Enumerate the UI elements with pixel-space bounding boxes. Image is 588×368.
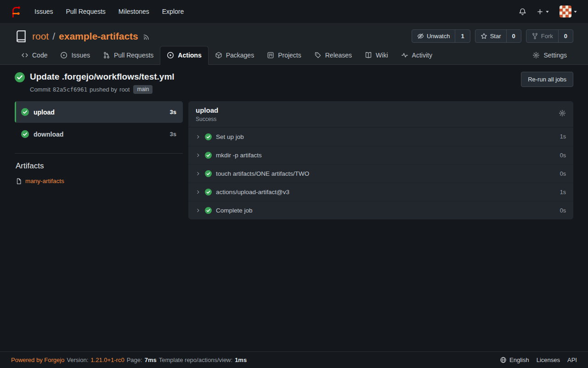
bell-icon: [519, 8, 526, 16]
artifact-download-link[interactable]: many-artifacts: [25, 178, 64, 184]
tab-settings[interactable]: Settings: [526, 46, 573, 64]
pushed-by-label: pushed by: [90, 86, 117, 93]
artifact-item: many-artifacts: [15, 178, 183, 184]
pusher-link[interactable]: root: [119, 86, 130, 93]
top-navbar: Issues Pull Requests Milestones Explore: [0, 0, 588, 23]
watchers-count[interactable]: 1: [455, 30, 469, 42]
step-duration: 1s: [560, 133, 566, 140]
tab-label: Issues: [71, 52, 90, 59]
repo-book-icon: [15, 30, 28, 43]
tag-icon: [314, 52, 322, 59]
tab-projects[interactable]: Projects: [260, 46, 308, 64]
book-icon: [365, 52, 372, 59]
step-name: Complete job: [216, 207, 253, 214]
chevron-right-icon: [196, 153, 201, 158]
job-row-upload[interactable]: upload 3s: [15, 101, 183, 123]
run-titles: Update .forgejo/workflows/test.yml Commi…: [30, 72, 175, 94]
repo-owner-link[interactable]: root: [32, 31, 49, 42]
job-steps-card: upload Success: [188, 101, 573, 219]
tab-actions[interactable]: Actions: [160, 46, 208, 65]
run-status-success-icon: [15, 72, 25, 94]
job-row-download[interactable]: download 3s: [15, 123, 183, 145]
create-new-button[interactable]: [532, 6, 554, 18]
jobs-sidebar: upload 3s download 3s Artifacts many-art…: [15, 101, 183, 184]
nav-issues[interactable]: Issues: [28, 5, 59, 18]
tab-label: Actions: [178, 52, 201, 59]
check-circle-icon: [205, 207, 212, 214]
step-duration: 0s: [560, 171, 566, 177]
star-button[interactable]: Star: [475, 30, 506, 42]
nav-explore[interactable]: Explore: [156, 5, 190, 18]
branch-badge[interactable]: main: [133, 85, 153, 94]
star-label: Star: [490, 33, 501, 40]
file-icon: [16, 178, 22, 184]
user-avatar: [560, 6, 571, 17]
rerun-all-jobs-button[interactable]: Re-run all jobs: [521, 72, 573, 87]
language-selector[interactable]: English: [500, 356, 529, 363]
tab-code[interactable]: Code: [15, 46, 54, 64]
step-row[interactable]: touch artifacts/ONE artifacts/TWO 0s: [188, 164, 573, 183]
unwatch-button[interactable]: Unwatch: [412, 30, 455, 42]
actions-run-page: Update .forgejo/workflows/test.yml Commi…: [0, 65, 588, 219]
tab-label: Wiki: [376, 52, 388, 59]
fork-label: Fork: [541, 33, 553, 40]
step-duration: 0s: [560, 152, 566, 159]
notifications-button[interactable]: [514, 5, 531, 18]
api-link[interactable]: API: [567, 356, 577, 363]
tab-label: Settings: [543, 52, 567, 59]
footer-left: Powered by Forgejo Version: 1.21.0+1-rc0…: [11, 356, 247, 363]
job-duration: 3s: [170, 131, 176, 138]
step-name: touch artifacts/ONE artifacts/TWO: [216, 170, 309, 177]
step-name: mkdir -p artifacts: [216, 152, 262, 159]
step-row[interactable]: Complete job 0s: [188, 201, 573, 219]
user-menu-button[interactable]: [555, 3, 582, 20]
fork-button[interactable]: Fork: [526, 30, 558, 42]
template-time-label: Template repo/actions/view:: [159, 356, 232, 363]
repo-name-link[interactable]: example-artifacts: [59, 31, 138, 42]
chevron-right-icon: [196, 190, 201, 195]
nav-milestones[interactable]: Milestones: [112, 5, 156, 18]
chevron-right-icon: [196, 208, 201, 213]
tab-activity[interactable]: Activity: [395, 46, 439, 64]
tab-label: Packages: [226, 52, 254, 59]
plus-icon: [537, 8, 543, 15]
main-nav: Issues Pull Requests Milestones Explore: [28, 5, 190, 18]
tab-pull-requests[interactable]: Pull Requests: [96, 46, 160, 64]
fork-icon: [531, 33, 538, 40]
gear-icon: [532, 52, 540, 59]
tab-releases[interactable]: Releases: [308, 46, 358, 64]
step-row[interactable]: mkdir -p artifacts 0s: [188, 146, 573, 164]
powered-by-link[interactable]: Powered by Forgejo: [11, 356, 64, 363]
nav-pull-requests[interactable]: Pull Requests: [59, 5, 112, 18]
version-link[interactable]: 1.21.0+1-rc0: [90, 356, 124, 363]
tab-packages[interactable]: Packages: [209, 46, 260, 64]
footer-right: English Licenses API: [500, 356, 577, 363]
step-name: Set up job: [216, 133, 244, 140]
page-time-value: 7ms: [145, 356, 157, 363]
step-row[interactable]: actions/upload-artifact@v3 1s: [188, 183, 573, 201]
forgejo-logo[interactable]: [9, 6, 22, 18]
star-icon: [481, 33, 487, 40]
step-row[interactable]: Set up job 1s: [188, 127, 573, 146]
job-options-button[interactable]: [559, 106, 566, 117]
run-header-left: Update .forgejo/workflows/test.yml Commi…: [15, 72, 175, 94]
tab-issues[interactable]: Issues: [54, 46, 96, 64]
stars-count[interactable]: 0: [506, 30, 521, 42]
unwatch-label: Unwatch: [427, 33, 450, 40]
artifacts-heading: Artifacts: [15, 161, 183, 171]
rss-feed-icon[interactable]: [143, 34, 150, 40]
check-circle-icon: [205, 152, 212, 159]
eye-off-icon: [417, 33, 424, 40]
forks-count[interactable]: 0: [558, 30, 573, 42]
language-label: English: [509, 356, 529, 363]
page-footer: Powered by Forgejo Version: 1.21.0+1-rc0…: [0, 351, 588, 368]
repo-title-row: root / example-artifacts: [15, 29, 573, 43]
run-header: Update .forgejo/workflows/test.yml Commi…: [15, 72, 573, 94]
repo-tabs: Code Issues Pull Requests Actions: [0, 46, 588, 65]
licenses-link[interactable]: Licenses: [537, 356, 560, 363]
tab-wiki[interactable]: Wiki: [358, 46, 394, 64]
commit-sha-link[interactable]: 82a5cf6961: [53, 86, 87, 93]
watch-button-group: Unwatch 1: [412, 29, 470, 43]
check-circle-icon: [205, 170, 212, 177]
job-name: upload: [34, 109, 55, 116]
